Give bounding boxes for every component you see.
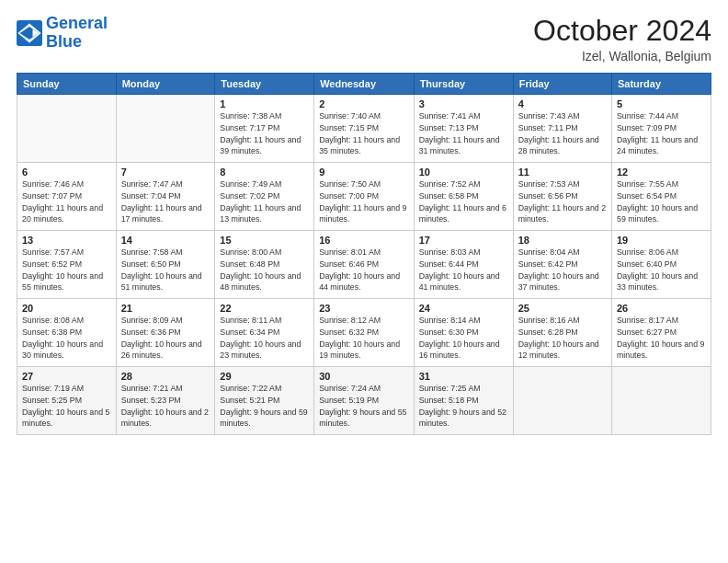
logo-blue: Blue [46,32,82,51]
day-number: 25 [518,303,607,314]
day-number: 21 [121,303,210,314]
calendar: SundayMondayTuesdayWednesdayThursdayFrid… [17,73,711,435]
day-detail: Sunrise: 8:14 AMSunset: 6:30 PMDaylight:… [419,315,508,362]
day-detail: Sunrise: 7:57 AMSunset: 6:52 PMDaylight:… [22,247,111,293]
calendar-cell: 6Sunrise: 7:46 AMSunset: 7:07 PMDaylight… [17,163,117,231]
calendar-cell: 13Sunrise: 7:57 AMSunset: 6:52 PMDayligh… [17,231,117,299]
calendar-cell: 8Sunrise: 7:49 AMSunset: 7:02 PMDaylight… [215,163,314,231]
week-row-0: 1Sunrise: 7:38 AMSunset: 7:17 PMDaylight… [17,95,711,163]
day-detail: Sunrise: 8:17 AMSunset: 6:27 PMDaylight:… [617,315,706,362]
day-detail: Sunrise: 7:55 AMSunset: 6:54 PMDaylight:… [617,178,706,225]
day-detail: Sunrise: 8:08 AMSunset: 6:38 PMDaylight:… [22,315,111,362]
main-title: October 2024 [533,15,711,47]
calendar-cell: 26Sunrise: 8:17 AMSunset: 6:27 PMDayligh… [612,299,711,367]
weekday-header-sunday: Sunday [17,74,117,95]
calendar-cell: 1Sunrise: 7:38 AMSunset: 7:17 PMDaylight… [215,95,314,163]
week-row-3: 20Sunrise: 8:08 AMSunset: 6:38 PMDayligh… [17,299,711,367]
calendar-cell: 17Sunrise: 8:03 AMSunset: 6:44 PMDayligh… [414,231,513,299]
day-number: 11 [518,167,607,178]
day-detail: Sunrise: 8:04 AMSunset: 6:42 PMDaylight:… [518,247,607,293]
weekday-header-row: SundayMondayTuesdayWednesdayThursdayFrid… [17,74,711,95]
calendar-cell: 21Sunrise: 8:09 AMSunset: 6:36 PMDayligh… [116,299,215,367]
calendar-cell: 18Sunrise: 8:04 AMSunset: 6:42 PMDayligh… [513,231,611,299]
calendar-cell: 27Sunrise: 7:19 AMSunset: 5:25 PMDayligh… [17,367,117,435]
day-number: 8 [220,167,309,178]
day-number: 28 [121,371,210,382]
day-number: 27 [22,371,111,382]
day-number: 4 [518,98,607,109]
weekday-header-tuesday: Tuesday [215,74,314,95]
calendar-cell: 7Sunrise: 7:47 AMSunset: 7:04 PMDaylight… [116,163,215,231]
header: General Blue October 2024 Izel, Wallonia… [17,15,711,63]
day-detail: Sunrise: 8:00 AMSunset: 6:48 PMDaylight:… [220,247,309,293]
day-number: 19 [617,235,706,246]
day-detail: Sunrise: 8:03 AMSunset: 6:44 PMDaylight:… [419,247,508,293]
day-number: 3 [419,98,508,109]
calendar-cell: 22Sunrise: 8:11 AMSunset: 6:34 PMDayligh… [215,299,314,367]
day-number: 30 [319,371,409,382]
day-number: 22 [220,303,309,314]
week-row-1: 6Sunrise: 7:46 AMSunset: 7:07 PMDaylight… [17,163,711,231]
calendar-cell: 28Sunrise: 7:21 AMSunset: 5:23 PMDayligh… [116,367,215,435]
day-detail: Sunrise: 7:22 AMSunset: 5:21 PMDaylight:… [220,383,309,430]
calendar-cell: 5Sunrise: 7:44 AMSunset: 7:09 PMDaylight… [612,95,711,163]
day-detail: Sunrise: 7:43 AMSunset: 7:11 PMDaylight:… [518,110,607,157]
day-detail: Sunrise: 7:38 AMSunset: 7:17 PMDaylight:… [220,110,309,157]
weekday-header-wednesday: Wednesday [314,74,415,95]
day-detail: Sunrise: 7:21 AMSunset: 5:23 PMDaylight:… [121,383,210,430]
calendar-cell: 30Sunrise: 7:24 AMSunset: 5:19 PMDayligh… [314,367,415,435]
calendar-cell: 4Sunrise: 7:43 AMSunset: 7:11 PMDaylight… [513,95,611,163]
day-detail: Sunrise: 8:09 AMSunset: 6:36 PMDaylight:… [121,315,210,362]
day-number: 26 [617,303,706,314]
day-number: 9 [319,167,409,178]
logo-text: General Blue [46,15,108,52]
calendar-cell: 10Sunrise: 7:52 AMSunset: 6:58 PMDayligh… [414,163,513,231]
day-number: 7 [121,167,210,178]
calendar-cell: 3Sunrise: 7:41 AMSunset: 7:13 PMDaylight… [414,95,513,163]
day-detail: Sunrise: 8:12 AMSunset: 6:32 PMDaylight:… [319,315,409,362]
day-detail: Sunrise: 8:06 AMSunset: 6:40 PMDaylight:… [617,247,706,293]
calendar-cell: 20Sunrise: 8:08 AMSunset: 6:38 PMDayligh… [17,299,117,367]
calendar-cell: 2Sunrise: 7:40 AMSunset: 7:15 PMDaylight… [314,95,415,163]
day-detail: Sunrise: 8:01 AMSunset: 6:46 PMDaylight:… [319,247,409,293]
day-detail: Sunrise: 7:49 AMSunset: 7:02 PMDaylight:… [220,178,309,225]
day-detail: Sunrise: 7:24 AMSunset: 5:19 PMDaylight:… [319,383,409,430]
day-detail: Sunrise: 8:11 AMSunset: 6:34 PMDaylight:… [220,315,309,362]
week-row-4: 27Sunrise: 7:19 AMSunset: 5:25 PMDayligh… [17,367,711,435]
calendar-cell [513,367,611,435]
week-row-2: 13Sunrise: 7:57 AMSunset: 6:52 PMDayligh… [17,231,711,299]
calendar-cell [17,95,117,163]
day-detail: Sunrise: 7:47 AMSunset: 7:04 PMDaylight:… [121,178,210,225]
calendar-cell: 14Sunrise: 7:58 AMSunset: 6:50 PMDayligh… [116,231,215,299]
day-number: 23 [319,303,409,314]
calendar-cell: 31Sunrise: 7:25 AMSunset: 5:18 PMDayligh… [414,367,513,435]
day-number: 13 [22,235,111,246]
logo: General Blue [17,15,108,52]
calendar-cell: 15Sunrise: 8:00 AMSunset: 6:48 PMDayligh… [215,231,314,299]
day-number: 10 [419,167,508,178]
calendar-cell: 9Sunrise: 7:50 AMSunset: 7:00 PMDaylight… [314,163,415,231]
calendar-cell: 11Sunrise: 7:53 AMSunset: 6:56 PMDayligh… [513,163,611,231]
weekday-header-saturday: Saturday [612,74,711,95]
day-detail: Sunrise: 7:52 AMSunset: 6:58 PMDaylight:… [419,178,508,225]
weekday-header-thursday: Thursday [414,74,513,95]
day-number: 14 [121,235,210,246]
calendar-cell: 23Sunrise: 8:12 AMSunset: 6:32 PMDayligh… [314,299,415,367]
day-detail: Sunrise: 7:44 AMSunset: 7:09 PMDaylight:… [617,110,706,157]
day-number: 15 [220,235,309,246]
day-number: 24 [419,303,508,314]
calendar-cell: 29Sunrise: 7:22 AMSunset: 5:21 PMDayligh… [215,367,314,435]
day-detail: Sunrise: 7:19 AMSunset: 5:25 PMDaylight:… [22,383,111,430]
page: General Blue October 2024 Izel, Wallonia… [0,0,728,563]
calendar-cell: 24Sunrise: 8:14 AMSunset: 6:30 PMDayligh… [414,299,513,367]
day-number: 29 [220,371,309,382]
day-number: 2 [319,98,409,109]
day-detail: Sunrise: 8:16 AMSunset: 6:28 PMDaylight:… [518,315,607,362]
day-number: 18 [518,235,607,246]
day-number: 1 [220,98,309,109]
logo-general: General [46,14,108,32]
day-number: 17 [419,235,508,246]
calendar-cell [612,367,711,435]
day-number: 12 [617,167,706,178]
calendar-cell: 19Sunrise: 8:06 AMSunset: 6:40 PMDayligh… [612,231,711,299]
